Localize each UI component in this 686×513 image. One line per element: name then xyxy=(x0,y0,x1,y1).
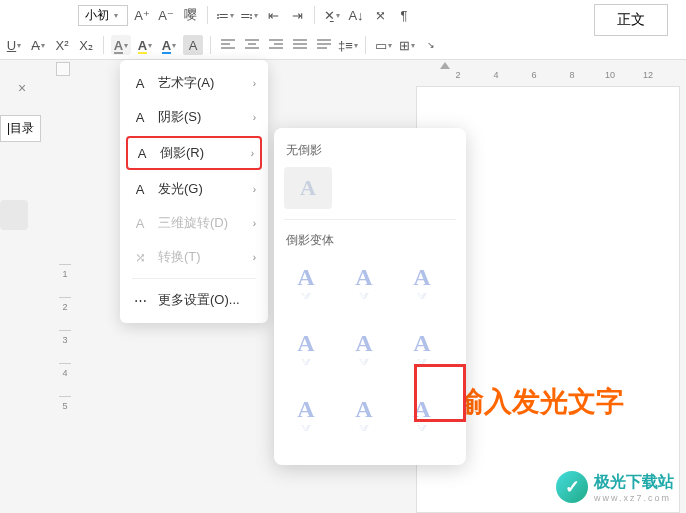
decrease-indent-icon[interactable]: ⇤ xyxy=(263,5,283,25)
divider xyxy=(103,36,104,54)
distribute-icon[interactable] xyxy=(314,35,334,55)
menu-item-wordart[interactable]: A 艺术字(A) › xyxy=(120,66,268,100)
reflection-variant[interactable]: AA xyxy=(284,389,328,441)
watermark-url: www.xz7.com xyxy=(594,493,674,503)
font-size-selector[interactable]: 小初 ▾ xyxy=(78,5,128,26)
borders-icon[interactable]: ⊞▾ xyxy=(397,35,417,55)
increase-indent-icon[interactable]: ⇥ xyxy=(287,5,307,25)
style-zhengwen-button[interactable]: 正文 xyxy=(594,4,668,36)
chevron-right-icon: › xyxy=(253,252,256,263)
divider xyxy=(365,36,366,54)
menu-item-transform: ⤮ 转换(T) › xyxy=(120,240,268,274)
chevron-right-icon: › xyxy=(251,148,254,159)
ruler-tick: 4 xyxy=(486,70,506,80)
menu-item-more-settings[interactable]: ⋯ 更多设置(O)... xyxy=(120,283,268,317)
reflection-variant[interactable]: AA xyxy=(342,323,386,375)
watermark-title: 极光下载站 xyxy=(594,472,674,493)
line-spacing-icon[interactable]: ‡≡▾ xyxy=(338,35,358,55)
annotation-text: 输入发光文字 xyxy=(456,383,624,421)
sort-icon[interactable]: A↓ xyxy=(346,5,366,25)
menu-item-reflection[interactable]: A 倒影(R) › xyxy=(126,136,262,170)
strikethrough-icon[interactable]: A̶▾ xyxy=(28,35,48,55)
align-justify-icon[interactable] xyxy=(290,35,310,55)
text-effects-icon[interactable]: A▾ xyxy=(111,35,131,55)
ruler-tick: 12 xyxy=(638,70,658,80)
divider xyxy=(210,36,211,54)
reflection-icon: A xyxy=(134,145,150,161)
wordart-icon: A xyxy=(132,75,148,91)
menu-item-3d-rotation: A 三维旋转(D) › xyxy=(120,206,268,240)
close-tab-icon[interactable]: × xyxy=(18,80,26,96)
menu-label: 艺术字(A) xyxy=(158,74,243,92)
subscript-icon[interactable]: X₂ xyxy=(76,35,96,55)
text-effects-dropdown: A 艺术字(A) › A 阴影(S) › A 倒影(R) › A 发光(G) ›… xyxy=(120,60,268,323)
menu-label: 阴影(S) xyxy=(158,108,243,126)
bullet-list-icon[interactable]: ≔▾ xyxy=(215,5,235,25)
ruler-tick: 1 xyxy=(59,264,71,279)
sidebar-thumbnail[interactable] xyxy=(0,200,28,230)
font-color-icon[interactable]: A▾ xyxy=(159,35,179,55)
menu-label: 更多设置(O)... xyxy=(158,291,256,309)
ruler-corner xyxy=(56,62,70,76)
ruler-tick: 10 xyxy=(600,70,620,80)
no-reflection-preview[interactable]: A xyxy=(284,167,332,209)
shading-icon[interactable]: ▭▾ xyxy=(373,35,393,55)
chevron-right-icon: › xyxy=(253,184,256,195)
reflection-variants-row: AA AA AA xyxy=(284,257,456,309)
menu-label: 转换(T) xyxy=(158,248,243,266)
divider xyxy=(314,6,315,24)
align-right-icon[interactable] xyxy=(266,35,286,55)
reflection-variant[interactable]: AA xyxy=(342,257,386,309)
special-char-icon[interactable]: ✕̱▾ xyxy=(322,5,342,25)
underline-icon[interactable]: U▾ xyxy=(4,35,24,55)
ruler-tick: 8 xyxy=(562,70,582,80)
chevron-right-icon: › xyxy=(253,78,256,89)
toolbar-row-2: U▾ A̶▾ X² X₂ A▾ A▾ A▾ A ‡≡▾ xyxy=(0,30,686,60)
chevron-right-icon: › xyxy=(253,112,256,123)
annotation-highlight-box xyxy=(414,364,466,422)
font-size-label: 小初 xyxy=(85,7,109,24)
char-shading-icon[interactable]: A xyxy=(183,35,203,55)
decrease-font-icon[interactable]: A⁻ xyxy=(156,5,176,25)
align-left-icon[interactable] xyxy=(218,35,238,55)
paragraph-marks-icon[interactable]: ⤧ xyxy=(370,5,390,25)
submenu-separator xyxy=(284,219,456,220)
reflection-variant[interactable]: AA xyxy=(400,257,444,309)
menu-label: 倒影(R) xyxy=(160,144,241,162)
menu-item-glow[interactable]: A 发光(G) › xyxy=(120,172,268,206)
rotation-3d-icon: A xyxy=(132,215,148,231)
ribbon-toolbar: 小初 ▾ A⁺ A⁻ 嘤 ≔▾ ≕▾ ⇤ ⇥ ✕̱▾ A↓ ⤧ ¶ U▾ A̶▾… xyxy=(0,0,686,60)
watermark-logo-icon: ✓ xyxy=(556,471,588,503)
menu-separator xyxy=(132,278,256,279)
menu-item-shadow[interactable]: A 阴影(S) › xyxy=(120,100,268,134)
reflection-variant[interactable]: AA xyxy=(342,389,386,441)
reflection-variant[interactable]: AA xyxy=(284,323,328,375)
divider xyxy=(207,6,208,24)
align-center-icon[interactable] xyxy=(242,35,262,55)
increase-font-icon[interactable]: A⁺ xyxy=(132,5,152,25)
horizontal-ruler[interactable]: 2 4 6 8 10 12 xyxy=(416,62,686,80)
reflection-variant[interactable]: AA xyxy=(284,257,328,309)
ruler-tick: 3 xyxy=(59,330,71,345)
menu-label: 发光(G) xyxy=(158,180,243,198)
phonetic-guide-icon[interactable]: 嘤 xyxy=(180,5,200,25)
paragraph-settings-icon[interactable]: ↘ xyxy=(421,35,441,55)
ruler-tick: 2 xyxy=(448,70,468,80)
menu-label: 三维旋转(D) xyxy=(158,214,243,232)
toolbar-row-1: 小初 ▾ A⁺ A⁻ 嘤 ≔▾ ≕▾ ⇤ ⇥ ✕̱▾ A↓ ⤧ ¶ xyxy=(0,0,686,30)
more-icon: ⋯ xyxy=(132,292,148,308)
submenu-section-title: 无倒影 xyxy=(284,138,456,167)
preview-letter-icon: A xyxy=(300,175,316,201)
watermark: ✓ 极光下载站 www.xz7.com xyxy=(556,471,674,503)
highlight-icon[interactable]: A▾ xyxy=(135,35,155,55)
toc-button[interactable]: |目录 xyxy=(0,115,41,142)
ruler-tick: 2 xyxy=(59,297,71,312)
show-hide-icon[interactable]: ¶ xyxy=(394,5,414,25)
vertical-ruler[interactable]: 1 2 3 4 5 xyxy=(56,264,74,411)
ruler-tick: 5 xyxy=(59,396,71,411)
chevron-down-icon: ▾ xyxy=(114,11,118,20)
shadow-icon: A xyxy=(132,109,148,125)
superscript-icon[interactable]: X² xyxy=(52,35,72,55)
number-list-icon[interactable]: ≕▾ xyxy=(239,5,259,25)
transform-icon: ⤮ xyxy=(132,249,148,265)
